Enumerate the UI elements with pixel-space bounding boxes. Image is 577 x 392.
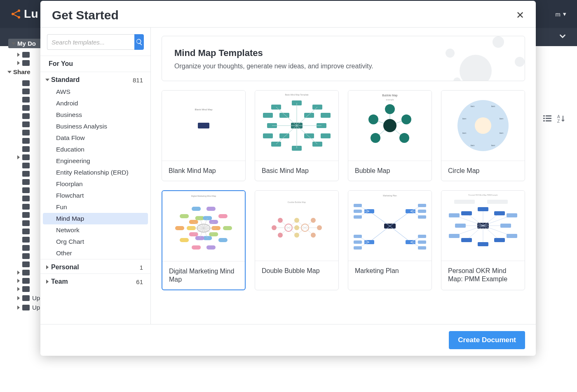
template-thumb: Double Bubble Map <box>255 191 338 261</box>
svg-rect-151 <box>418 246 426 250</box>
close-icon[interactable]: ✕ <box>516 9 524 21</box>
template-thumb: Digital Marketing Mind Map <box>162 191 245 261</box>
caret-right-icon <box>17 279 20 283</box>
svg-rect-172 <box>461 238 472 242</box>
svg-rect-8 <box>546 120 551 121</box>
template-thumb: Basic Mind Map Template <box>255 91 338 161</box>
contact-icon <box>22 305 30 310</box>
category-group-personal[interactable]: Personal1 <box>40 259 150 273</box>
template-card[interactable]: Blank Mind MapBlank Mind Map <box>162 90 246 181</box>
category-item[interactable]: Fun <box>43 201 148 213</box>
category-item[interactable]: Flowchart <box>43 190 148 201</box>
contact-icon <box>22 278 30 284</box>
svg-rect-173 <box>494 238 505 242</box>
category-item[interactable]: Network <box>43 224 148 236</box>
contact-icon <box>22 154 30 160</box>
svg-rect-178 <box>449 234 460 238</box>
contact-icon <box>22 295 30 301</box>
category-group-team[interactable]: Team61 <box>40 273 150 288</box>
contact-icon <box>22 89 30 94</box>
category-item[interactable]: Android <box>43 98 148 109</box>
search-input[interactable] <box>47 34 134 50</box>
contact-icon <box>22 253 30 259</box>
svg-rect-90 <box>180 214 189 218</box>
svg-rect-123 <box>354 204 362 207</box>
search-button[interactable] <box>134 34 144 50</box>
svg-point-108 <box>311 233 316 238</box>
category-item[interactable]: Org Chart <box>43 236 148 247</box>
template-card[interactable]: Personal OKR Mind Map PMM ExamplePersona… <box>441 190 525 290</box>
contact-icon <box>22 261 30 267</box>
svg-rect-139 <box>354 235 362 238</box>
svg-rect-125 <box>354 210 362 213</box>
svg-rect-7 <box>543 120 545 121</box>
template-card[interactable]: Double Bubble MapDouble Bubble Map <box>255 190 339 290</box>
contact-icon <box>22 138 30 144</box>
category-item[interactable]: Floorplan <box>43 178 148 190</box>
category-group-standard[interactable]: Standard811 <box>40 72 150 86</box>
sort-icon[interactable]: AZ <box>557 114 565 125</box>
contact-icon <box>22 163 30 168</box>
template-label: Blank Mind Map <box>162 161 245 181</box>
category-item[interactable]: Data Flow <box>43 132 148 144</box>
svg-rect-170 <box>455 224 466 228</box>
template-card[interactable]: Bubble MapexampleBubble Map <box>348 90 432 181</box>
svg-text:item: item <box>462 132 466 134</box>
template-card[interactable]: Digital Marketing Mind MapDigital Market… <box>162 190 246 290</box>
caret-right-icon <box>17 53 20 57</box>
svg-text:item: item <box>471 144 474 147</box>
caret-down-icon: ▾ <box>563 10 566 18</box>
category-item[interactable]: Engineering <box>43 155 148 167</box>
template-label: Bubble Map <box>348 161 432 181</box>
category-item[interactable]: Education <box>43 144 148 155</box>
category-item[interactable]: Mind Map <box>43 213 148 224</box>
template-thumb: Bubble Mapexample <box>348 91 432 161</box>
svg-line-120 <box>369 211 390 226</box>
svg-text:A: A <box>557 114 560 119</box>
category-item[interactable]: Business <box>43 109 148 121</box>
group-count: 1 <box>140 264 143 271</box>
team-dropdown[interactable]: m ▾ <box>556 10 567 18</box>
svg-text:item: item <box>500 117 503 120</box>
caret-right-icon <box>17 296 20 300</box>
svg-rect-133 <box>418 210 426 213</box>
svg-rect-28 <box>321 113 331 118</box>
template-card[interactable]: Basic Mind Map TemplateBasic Mind Map <box>255 90 339 181</box>
svg-text:Marketing Plan: Marketing Plan <box>383 194 397 197</box>
contact-icon <box>22 113 30 119</box>
chevron-down-icon[interactable] <box>558 32 567 42</box>
caret-icon <box>46 265 49 269</box>
template-card[interactable]: itemitemitemitemitemitemitemitemCircle M… <box>441 90 525 181</box>
svg-line-128 <box>390 211 410 226</box>
svg-rect-168 <box>461 211 472 215</box>
category-item[interactable]: Other <box>43 247 148 259</box>
for-you-section[interactable]: For You <box>40 56 150 72</box>
contact-icon <box>22 130 30 135</box>
svg-rect-27 <box>263 113 273 118</box>
category-item[interactable]: AWS <box>43 86 148 98</box>
contact-icon <box>22 187 30 193</box>
category-item[interactable]: Business Analysis <box>43 121 148 132</box>
template-card[interactable]: Marketing PlanMarketing Plan <box>348 190 432 290</box>
category-item[interactable]: Entity Relationship (ERD) <box>43 167 148 178</box>
svg-point-111 <box>294 225 299 230</box>
template-label: Circle Map <box>441 161 525 181</box>
template-thumb: Personal OKR Mind Map PMM Example <box>441 191 525 261</box>
svg-text:Personal OKR Mind Map PMM Exam: Personal OKR Mind Map PMM Example <box>468 194 498 196</box>
modal-header: Get Started ✕ <box>40 1 536 27</box>
category-hero: Mind Map Templates Organize your thought… <box>162 36 525 81</box>
template-label: Double Bubble Map <box>255 261 338 281</box>
svg-text:item: item <box>491 144 495 147</box>
create-document-button[interactable]: Create Document <box>449 331 525 349</box>
svg-text:item: item <box>500 132 503 134</box>
svg-rect-85 <box>218 238 228 242</box>
contact-icon <box>22 196 30 201</box>
template-grid: Blank Mind MapBlank Mind MapBasic Mind M… <box>162 90 525 290</box>
hero-art <box>430 36 525 81</box>
svg-text:example: example <box>386 98 394 101</box>
svg-rect-84 <box>223 226 232 230</box>
caret-icon <box>46 280 49 284</box>
list-view-icon[interactable] <box>543 114 551 125</box>
svg-line-160 <box>467 226 483 240</box>
template-label: Digital Marketing Mind Map <box>162 261 245 289</box>
